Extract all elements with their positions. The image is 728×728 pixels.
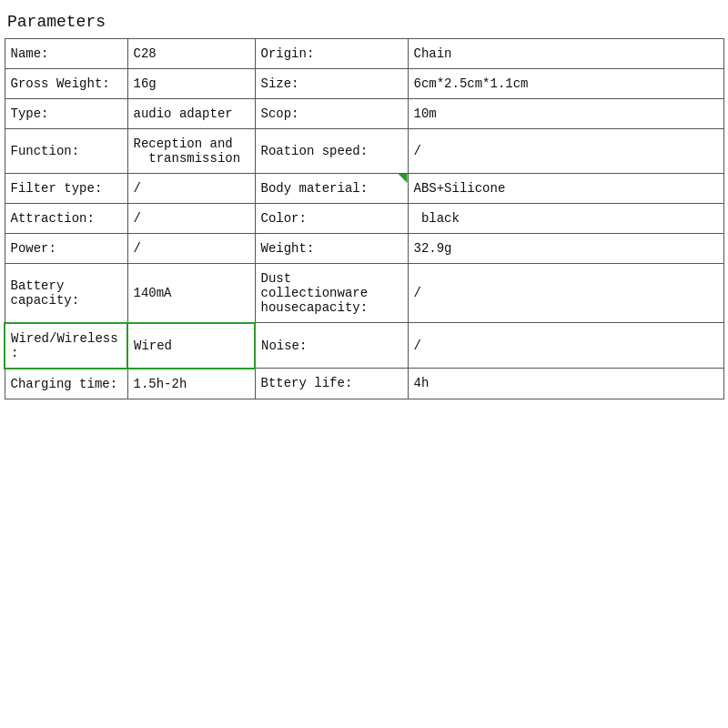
table-row: Name:C28Origin:Chain xyxy=(5,39,724,69)
param-value2: / xyxy=(408,323,724,369)
page-container: Parameters Name:C28Origin:ChainGross Wei… xyxy=(0,0,728,728)
param-value: / xyxy=(127,234,255,264)
param-value: 140mA xyxy=(127,264,255,323)
table-row: Wired/Wireless:WiredNoise:/ xyxy=(5,323,724,369)
param-value2: 32.9g xyxy=(408,234,724,264)
param-label2: Weight: xyxy=(255,234,408,264)
parameters-table: Name:C28Origin:ChainGross Weight:16gSize… xyxy=(4,38,724,399)
table-row: Charging time:1.5h-2hBttery life:4h xyxy=(5,369,724,399)
param-value: audio adapter xyxy=(127,99,255,129)
param-value2: black xyxy=(408,204,724,234)
param-label: Function: xyxy=(5,129,127,174)
param-value2: 4h xyxy=(408,369,724,399)
param-label2: Noise: xyxy=(255,323,408,369)
param-value2: 10m xyxy=(408,99,724,129)
param-value2: 6cm*2.5cm*1.1cm xyxy=(408,69,724,99)
param-label2: Body material: xyxy=(255,174,408,204)
param-label: Wired/Wireless: xyxy=(5,323,127,369)
param-label: Charging time: xyxy=(5,369,127,399)
param-value: / xyxy=(127,204,255,234)
param-label: Filter type: xyxy=(5,174,127,204)
param-label2: Scop: xyxy=(255,99,408,129)
param-label2: Dust collectionware housecapacity: xyxy=(255,264,408,323)
param-value: 1.5h-2h xyxy=(127,369,255,399)
param-label: Gross Weight: xyxy=(5,69,127,99)
table-row: Function:Reception and transmissionRoati… xyxy=(5,129,724,174)
param-value: / xyxy=(127,174,255,204)
param-value2: Chain xyxy=(408,39,724,69)
page-title: Parameters xyxy=(4,7,724,38)
param-value: 16g xyxy=(127,69,255,99)
table-row: Filter type:/Body material:ABS+Silicone xyxy=(5,174,724,204)
table-row: Attraction:/Color: black xyxy=(5,204,724,234)
table-row: Battery capacity:140mADust collectionwar… xyxy=(5,264,724,323)
param-label: Attraction: xyxy=(5,204,127,234)
table-row: Type:audio adapterScop:10m xyxy=(5,99,724,129)
param-label: Type: xyxy=(5,99,127,129)
param-label2: Bttery life: xyxy=(255,369,408,399)
param-label: Name: xyxy=(5,39,127,69)
param-value2: / xyxy=(408,264,724,323)
param-label: Battery capacity: xyxy=(5,264,127,323)
param-value: C28 xyxy=(127,39,255,69)
param-value: Wired xyxy=(127,323,255,369)
param-label2: Roation speed: xyxy=(255,129,408,174)
param-label2: Color: xyxy=(255,204,408,234)
param-label2: Origin: xyxy=(255,39,408,69)
param-value2: / xyxy=(408,129,724,174)
param-value2: ABS+Silicone xyxy=(408,174,724,204)
table-row: Gross Weight:16gSize:6cm*2.5cm*1.1cm xyxy=(5,69,724,99)
param-label: Power: xyxy=(5,234,127,264)
table-row: Power:/Weight:32.9g xyxy=(5,234,724,264)
param-label2: Size: xyxy=(255,69,408,99)
param-value: Reception and transmission xyxy=(127,129,255,174)
